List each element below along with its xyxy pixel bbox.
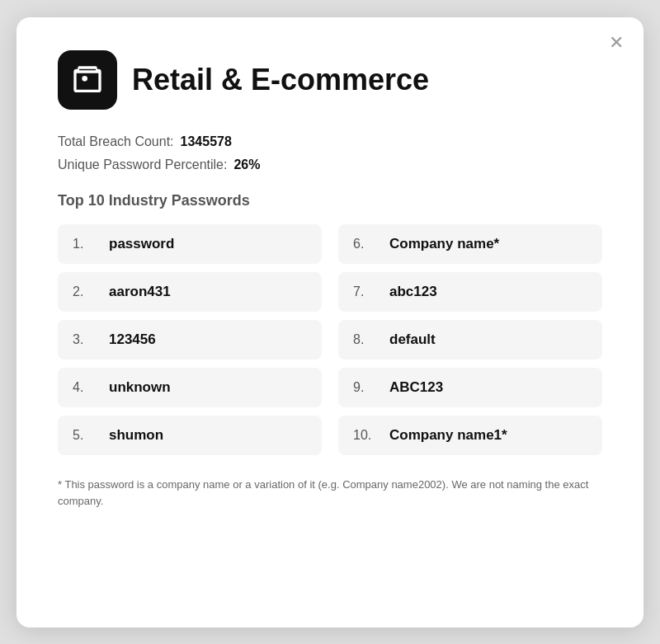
- password-text: Company name1*: [389, 427, 507, 444]
- list-item: 2. aaron431: [58, 272, 322, 312]
- page-title: Retail & E-commerce: [132, 63, 429, 96]
- breach-count-label: Total Breach Count:: [58, 134, 174, 149]
- breach-count-value: 1345578: [181, 134, 232, 149]
- passwords-grid: 1. password 2. aaron431 3. 123456 4. unk…: [58, 224, 602, 463]
- password-rank: 10.: [353, 428, 376, 443]
- password-rank: 9.: [353, 380, 376, 395]
- password-rank: 4.: [73, 380, 96, 395]
- password-text: aaron431: [109, 284, 171, 300]
- password-rank: 3.: [73, 332, 96, 347]
- breach-count-row: Total Breach Count: 1345578: [58, 134, 602, 149]
- password-rank: 5.: [73, 428, 96, 443]
- passwords-right-column: 6. Company name* 7. abc123 8. default 9.…: [338, 224, 602, 463]
- percentile-label: Unique Password Percentile:: [58, 157, 227, 172]
- modal-container: ✕ Retail & E-commerce Total Breach Count…: [16, 17, 644, 628]
- password-text: unknown: [109, 379, 171, 396]
- list-item: 8. default: [338, 320, 602, 360]
- list-item: 9. ABC123: [338, 368, 602, 407]
- list-item: 10. Company name1*: [338, 416, 602, 455]
- password-rank: 7.: [353, 284, 376, 299]
- password-text: password: [109, 236, 174, 252]
- percentile-row: Unique Password Percentile: 26%: [58, 157, 602, 172]
- password-text: ABC123: [389, 379, 443, 396]
- stats-section: Total Breach Count: 1345578 Unique Passw…: [58, 134, 602, 172]
- passwords-left-column: 1. password 2. aaron431 3. 123456 4. unk…: [58, 224, 322, 463]
- list-item: 4. unknown: [58, 368, 322, 407]
- passwords-section-title: Top 10 Industry Passwords: [58, 192, 602, 209]
- list-item: 5. shumon: [58, 416, 322, 455]
- list-item: 6. Company name*: [338, 224, 602, 264]
- list-item: 7. abc123: [338, 272, 602, 312]
- password-text: Company name*: [389, 236, 499, 252]
- app-icon: [58, 50, 117, 110]
- password-text: 123456: [109, 331, 156, 348]
- password-rank: 1.: [73, 237, 96, 251]
- list-item: 3. 123456: [58, 320, 322, 360]
- percentile-value: 26%: [233, 157, 260, 172]
- modal-header: Retail & E-commerce: [58, 50, 602, 110]
- password-rank: 2.: [73, 284, 96, 299]
- close-button[interactable]: ✕: [609, 34, 624, 52]
- footnote-text: * This password is a company name or a v…: [58, 477, 602, 511]
- password-rank: 6.: [353, 237, 376, 251]
- password-rank: 8.: [353, 332, 376, 347]
- password-text: default: [389, 331, 436, 348]
- password-text: abc123: [389, 284, 437, 300]
- list-item: 1. password: [58, 224, 322, 264]
- password-text: shumon: [109, 427, 163, 444]
